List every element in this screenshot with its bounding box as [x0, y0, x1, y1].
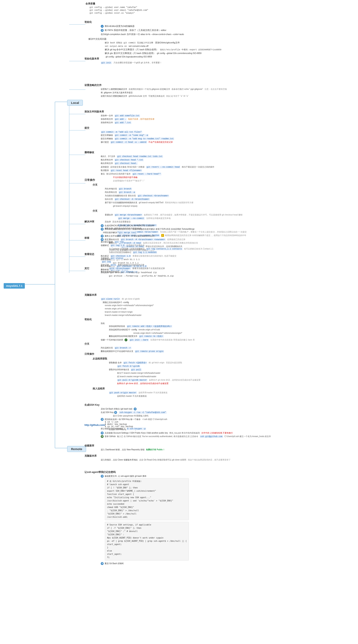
commit-readme-label: 提交文档修改	[101, 138, 113, 140]
github-settings-note: 将id_rsa.pub 将当中的内容粘贴到	[169, 432, 200, 434]
known-hosts-note: C:\Users\jcli.ssh 建立一个名为 known_hosts 的文件	[225, 435, 271, 438]
gen-ssh-label: 生成 SSH Key	[101, 411, 114, 414]
github-clone-label: 克隆版本库	[84, 454, 97, 457]
agent-code-b9: else	[107, 549, 187, 552]
code-set-output: set output-meta on	[105, 45, 127, 48]
git-tag-cmd: git tag	[114, 241, 124, 244]
agent-config-label: 修改配置文件, 让 ssh-agent 服务 git bash 脚本	[105, 475, 147, 477]
editor-note: ● 将EmEditor设置为Git的编辑器	[101, 25, 134, 27]
agent-code-b5: #ps ${SSH_AGENT_PID} doesn't work under …	[107, 536, 187, 540]
version-init-section: 初始化版本库 git init 只在在哪目录里是建一个git库 git 文件夹，…	[84, 57, 162, 65]
git-branch-r-cmd: git branch -r	[114, 347, 131, 349]
checkout-all2-label: 检出所有文件	[101, 162, 113, 164]
push-note2: 远程库的 master 不允许直接推送	[117, 395, 147, 397]
git-bash-label: 启动 Git Bash 控制台 (git bash bat)	[101, 408, 132, 410]
agent-code-10: . "${SSH_ENV}" > /dev/null	[107, 509, 187, 512]
add-file-label3: 添加所有文件	[101, 122, 113, 124]
fetch-note: 例: git fetch origin	[149, 362, 164, 364]
branch-cmd: git branch	[118, 188, 132, 190]
conflict-bullet1: ①	[101, 224, 104, 227]
git-archive-cmd: git archive --format=zip head#head zip	[110, 272, 157, 274]
new-branch-cmd2: git branch emputy2 emputy	[113, 205, 138, 207]
add-all-note: 包括子目录，但不包括空目录	[128, 118, 154, 120]
git-gtx-note: 解决 gtx 显示中文注释情况（只 bash 控制台使用）	[105, 52, 155, 54]
agent-code-2: # launch ssh-agent	[107, 483, 187, 486]
git-checkout-head-txt: git checkout head *.txt	[114, 159, 144, 161]
bash-bullet: ①	[134, 408, 137, 410]
daily-ops-label: 日常操作	[84, 178, 95, 182]
git-push-cmd: git push origin master	[109, 392, 137, 394]
restart-bash-label: 重启 Git Bash 控制时	[105, 562, 124, 564]
remote-tracking-label: 删除远程跟踪中已不在远程中的分支	[101, 350, 133, 352]
gitexclude-example: 例如 [a] 等价于 "a" 和 "a"	[166, 95, 188, 97]
ssh-passphrase-note: 提示 Enter passphrase 时需要输入密码	[113, 415, 148, 417]
agent-code-b10: start_agent;	[107, 552, 187, 556]
github-url-label: http://github.com/	[84, 424, 105, 426]
branch-all-label: 列出所有分支	[105, 191, 117, 193]
git-commit-readme: git commit -m "add msg to readme.txt" re…	[114, 138, 174, 140]
alias-del-label: 删除远程库别名和相关配置文件	[109, 335, 137, 337]
path-note-text: 将 PATH 系统环境变量，添加了（工具箱文档工具目录）editor	[105, 29, 166, 31]
pull-warn: 如果你才 git clone 的话，这些的自动完成自动不会被设置	[117, 382, 169, 384]
global-vars-label: 全局变量	[85, 2, 95, 5]
ssh-test-label: 登录 GitHub	[105, 435, 116, 438]
git-fetch-cmd: git fetch <远程库名>	[123, 362, 147, 364]
revert-note2: 相当于最近提交一次提交之前的操作	[182, 166, 214, 168]
global-vars-section: 全局变量 git config --global user.name "zahu…	[85, 2, 148, 15]
git-clone-ex: 例: git clone d:\gitdb	[122, 298, 140, 300]
other-label: 其它	[84, 267, 89, 270]
path-note: ② 将 PATH 系统环境变量，添加了（工具箱文档工具目录）editor	[101, 29, 166, 31]
git-archive-prefix-cmd: git archive --format=zip --prefix=b1.0/ …	[109, 275, 174, 277]
git-revert-code: git revert --no-commit head	[146, 166, 180, 168]
alias-auto-1: remote.origin.url=d:\usb	[138, 328, 160, 331]
agent-code-5: function start_agent {	[107, 493, 187, 496]
alias-label: 别名	[101, 322, 105, 324]
agent-code-b1: # Source SSH settings, if applicable	[107, 523, 187, 526]
git-add-all-code: git add .	[114, 118, 127, 120]
gitignore-desc1: 在使用任何提示一个名为.gitignore 的忽略文件	[129, 88, 170, 90]
git-commit-all-code: git commit -m "add all txt files"	[101, 131, 142, 134]
ssh-bullet2: ③	[101, 418, 104, 421]
clone-steps: 进入到项目，点击 Clone 创建版本库地址	[101, 459, 138, 461]
tag-contacts-ex: 为 Contacts 分表创建一次提交创建标记	[109, 248, 144, 250]
code-user-name: git config --global user.name "zahufan"	[89, 6, 148, 8]
fetch-label: 从远程库获取	[93, 357, 107, 360]
init-label: 初始化	[84, 20, 92, 24]
ssh-agent-section: 让ssh-agent帮我们记住密码 ② 修改配置文件, 让 ssh-agent …	[84, 470, 189, 566]
code-commit-utf8: 解决 bash 控制台 git commit 无法输入中文注释	[105, 42, 153, 44]
agent-code-b4: "${SSH_ENV}" :	[107, 533, 187, 536]
checkout-label: 检出1、2个文件	[101, 155, 115, 158]
agent-code-b7: start_agent;	[107, 543, 187, 546]
github-settings-label: 点击链接 Account Settings I SSH Public Keys …	[105, 432, 168, 434]
ssh-test-cmd: ssh git@github.com	[200, 435, 223, 438]
ssh-test-note: 输入已 在 GitHub 输出信息 You've successfully au…	[117, 435, 198, 438]
status-label: 查看状态	[84, 253, 94, 256]
ssh-key-label: 生成SSH Key	[84, 404, 99, 406]
code-username-text: git config --global user.name "zahufan"	[89, 6, 137, 8]
conflict-compare: 冲突比较并解决	[103, 231, 117, 234]
commit-section: 提交 git commit -m "add all txt files" 提交文…	[84, 126, 174, 144]
green-icon-1: ✓	[125, 338, 127, 341]
git-checkout-head2: git checkout head.	[114, 162, 138, 165]
agent-code-1: # 在 Git/etc/profile 中添加如:	[107, 480, 187, 483]
merge-tool-cmd: git merge tool	[118, 231, 137, 234]
history-label: 历史记录	[101, 264, 109, 266]
agent-code-8: echo succeeded	[107, 502, 187, 506]
remote-clone-section: 克隆版本库 git clone <url> 例: git clone d:\gi…	[84, 293, 154, 318]
git-fetch-origin-cmd: git fetch d:\gitdb	[117, 365, 140, 368]
gtx-config-text: git config --global l10n.commitencoding …	[157, 52, 202, 54]
amend-note: 不会产生新的提交历史记录	[148, 141, 173, 143]
alias-auto-2: remote.origin.fetch=+refs/heads/*:refs/r…	[133, 332, 182, 334]
remote-label-row: Remote	[67, 446, 86, 452]
editor-note-text: 将EmEditor设置为Git的编辑器	[105, 25, 134, 27]
git-commit-some: git commit -m "some msg" -a	[114, 134, 149, 137]
remote-init-label: 初始化	[84, 318, 92, 321]
gitexclude-path: git/info/exclude 文件	[129, 95, 147, 97]
github-url-section: http://github.com/ 把公钥固定存在你的键盘上 $ ssh-ke…	[84, 424, 146, 431]
conflict-note2: 作出决定(确定你的合并方式)，比较种模版的你是对建议 发现了SVN 的话 自动启…	[105, 228, 195, 230]
remote-init-section: 初始化 别名 添加远程库的别名 git remote add <别名> <这远程…	[84, 318, 195, 342]
git-tag-v1-cmd: git tag 1.0	[110, 244, 125, 247]
agent-code-9: chmod 600 "${SSH_ENV}"	[107, 506, 187, 509]
revert-note: 反转提交某次修改 和/或 找回一次数据	[110, 166, 144, 168]
bullet-icon-2: ②	[101, 29, 104, 32]
